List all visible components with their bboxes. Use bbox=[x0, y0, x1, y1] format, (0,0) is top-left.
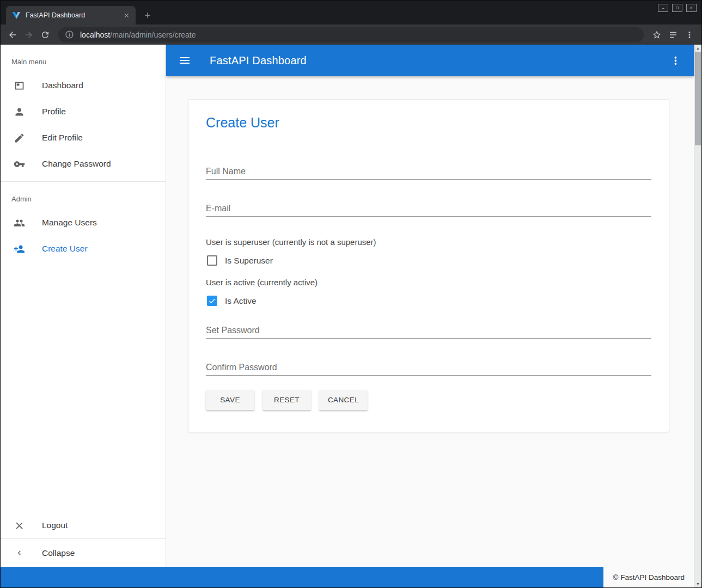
chevron-left-icon bbox=[15, 548, 24, 558]
sidebar-item-manage-users[interactable]: Manage Users bbox=[1, 210, 166, 236]
browser-toolbar: localhost /main/admin/users/create bbox=[1, 24, 701, 45]
is-superuser-checkbox[interactable] bbox=[207, 255, 217, 266]
superuser-checkbox-row: Is Superuser bbox=[206, 255, 651, 266]
sidebar-item-label: Change Password bbox=[42, 159, 111, 169]
scrollbar[interactable]: ▲ ▼ bbox=[694, 45, 701, 587]
maximize-button[interactable] bbox=[672, 4, 682, 12]
sidebar: Main menu Dashboard Profile bbox=[1, 45, 166, 567]
hamburger-menu-icon[interactable] bbox=[178, 54, 191, 67]
key-icon bbox=[14, 158, 25, 170]
person-icon bbox=[14, 106, 25, 118]
page-content: Create User User is superuser (currently… bbox=[166, 76, 694, 567]
tab-close-icon[interactable] bbox=[122, 11, 131, 20]
form-buttons: SAVE RESET CANCEL bbox=[206, 390, 651, 410]
page-title: Create User bbox=[206, 115, 651, 131]
page-inner: Main menu Dashboard Profile bbox=[1, 45, 694, 587]
is-active-checkbox[interactable] bbox=[207, 296, 217, 306]
is-active-label: Is Active bbox=[225, 296, 257, 306]
sidebar-item-label: Create User bbox=[42, 244, 88, 254]
scrollbar-thumb[interactable] bbox=[695, 52, 701, 145]
sidebar-item-edit-profile[interactable]: Edit Profile bbox=[1, 125, 166, 151]
sidebar-item-profile[interactable]: Profile bbox=[1, 99, 166, 125]
url-host: localhost bbox=[80, 30, 110, 39]
footer-copyright: © FastAPI Dashboard bbox=[603, 567, 694, 587]
address-bar[interactable]: localhost /main/admin/users/create bbox=[58, 27, 644, 42]
content-row: Main menu Dashboard Profile bbox=[1, 45, 694, 567]
app-footer: © FastAPI Dashboard bbox=[1, 567, 694, 587]
browser-titlebar: FastAPI Dashboard bbox=[1, 1, 701, 24]
sidebar-item-label: Profile bbox=[42, 107, 66, 117]
bookmark-star-icon[interactable] bbox=[649, 27, 664, 42]
sidebar-item-collapse[interactable]: Collapse bbox=[1, 538, 166, 567]
sidebar-item-logout[interactable]: Logout bbox=[1, 512, 166, 538]
cancel-button[interactable]: CANCEL bbox=[319, 390, 368, 410]
sidebar-spacer bbox=[1, 262, 166, 512]
back-button[interactable] bbox=[5, 27, 20, 42]
sidebar-item-label: Manage Users bbox=[42, 218, 97, 228]
sidebar-item-label: Dashboard bbox=[42, 81, 83, 90]
dots-vertical-icon[interactable] bbox=[669, 54, 682, 67]
pencil-icon bbox=[14, 132, 25, 144]
close-icon bbox=[14, 520, 25, 531]
sidebar-item-dashboard[interactable]: Dashboard bbox=[1, 72, 166, 99]
dashboard-icon bbox=[14, 80, 25, 91]
email-field bbox=[206, 200, 651, 217]
sidebar-header-main: Main menu bbox=[1, 45, 166, 72]
sidebar-item-change-password[interactable]: Change Password bbox=[1, 151, 166, 177]
reload-button[interactable] bbox=[38, 27, 53, 42]
sidebar-item-label: Collapse bbox=[42, 548, 75, 558]
create-user-card: Create User User is superuser (currently… bbox=[188, 99, 669, 432]
save-button[interactable]: SAVE bbox=[206, 390, 254, 410]
active-hint: User is active (currently active) bbox=[206, 278, 651, 287]
app-bar: FastAPI Dashboard bbox=[166, 45, 694, 76]
active-checkbox-row: Is Active bbox=[206, 296, 651, 306]
window-controls bbox=[658, 4, 697, 12]
group-icon bbox=[14, 217, 25, 229]
full-name-field bbox=[206, 163, 651, 180]
tab-title: FastAPI Dashboard bbox=[26, 11, 122, 19]
sidebar-divider bbox=[1, 181, 166, 182]
vuetify-logo-icon bbox=[12, 11, 21, 20]
sidebar-item-label: Logout bbox=[42, 520, 68, 530]
reset-button[interactable]: RESET bbox=[263, 390, 311, 410]
confirm-password-input[interactable] bbox=[206, 359, 651, 376]
is-superuser-label: Is Superuser bbox=[225, 256, 273, 266]
scrollbar-track[interactable] bbox=[694, 145, 701, 580]
sidebar-header-admin: Admin bbox=[1, 186, 166, 210]
browser-window: FastAPI Dashboard bbox=[0, 0, 702, 588]
person-add-icon bbox=[14, 243, 25, 255]
set-password-field bbox=[206, 322, 651, 339]
close-window-button[interactable] bbox=[686, 4, 697, 12]
appbar-title: FastAPI Dashboard bbox=[210, 54, 307, 67]
superuser-hint: User is superuser (currently is not a su… bbox=[206, 237, 651, 247]
browser-tab[interactable]: FastAPI Dashboard bbox=[6, 6, 136, 24]
new-tab-button[interactable] bbox=[141, 8, 155, 22]
confirm-password-field bbox=[206, 359, 651, 376]
full-name-input[interactable] bbox=[206, 163, 651, 180]
scroll-down-button[interactable]: ▼ bbox=[694, 580, 701, 587]
check-icon bbox=[208, 297, 216, 305]
sidebar-item-create-user[interactable]: Create User bbox=[1, 236, 166, 262]
sidebar-item-label: Edit Profile bbox=[42, 133, 83, 143]
footer-fill bbox=[1, 567, 603, 587]
site-info-icon[interactable] bbox=[65, 30, 74, 39]
browser-menu-button[interactable] bbox=[682, 27, 697, 42]
main-area: FastAPI Dashboard Create User bbox=[166, 45, 694, 567]
web-page: Main menu Dashboard Profile bbox=[1, 45, 701, 587]
email-input[interactable] bbox=[206, 200, 651, 217]
browser-action-icon[interactable] bbox=[666, 27, 681, 42]
scroll-up-button[interactable]: ▲ bbox=[694, 45, 701, 52]
url-path: /main/admin/users/create bbox=[110, 30, 196, 39]
set-password-input[interactable] bbox=[206, 322, 651, 339]
minimize-button[interactable] bbox=[658, 4, 668, 12]
forward-button[interactable] bbox=[21, 27, 36, 42]
